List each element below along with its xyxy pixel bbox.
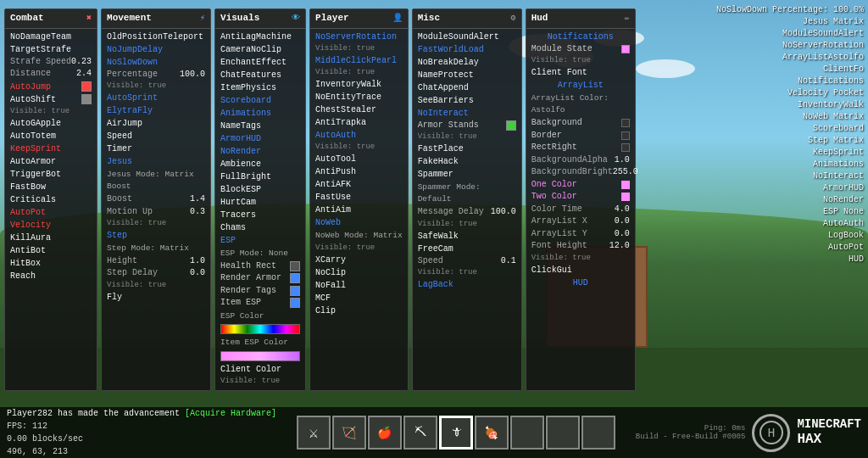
scoreboard[interactable]: Scoreboard xyxy=(215,94,305,107)
renderarmor-toggle[interactable] xyxy=(290,273,300,283)
autopot[interactable]: AutoPot xyxy=(5,206,97,219)
clip[interactable]: Clip xyxy=(310,304,408,317)
clientcolor[interactable]: Client Color xyxy=(215,363,305,376)
noserverrotation[interactable]: NoServerRotation xyxy=(310,31,408,43)
itemesp-toggle[interactable] xyxy=(290,298,300,308)
fastuse[interactable]: FastUse xyxy=(310,191,408,204)
chams[interactable]: Chams xyxy=(215,221,305,234)
rectright-item[interactable]: RectRight xyxy=(526,142,635,154)
autoauth[interactable]: AutoAuth xyxy=(310,129,408,142)
norender[interactable]: NoRender xyxy=(215,145,305,158)
ambience[interactable]: Ambience xyxy=(215,158,305,170)
hud-panel-header[interactable]: Hud ✏ xyxy=(526,9,635,29)
nojumpdelay[interactable]: NoJumpDelay xyxy=(102,43,210,56)
cheststealer[interactable]: ChestStealer xyxy=(310,103,408,116)
armorstands-toggle[interactable] xyxy=(506,120,516,131)
autototem[interactable]: AutoTotem xyxy=(5,130,97,142)
autoshift-item[interactable]: AutoShift xyxy=(5,93,97,106)
velocity[interactable]: Velocity xyxy=(5,219,97,232)
reach[interactable]: Reach xyxy=(5,270,97,282)
spammer[interactable]: Spammer xyxy=(413,168,521,181)
tracers[interactable]: Tracers xyxy=(215,209,305,221)
hurtcam[interactable]: HurtCam xyxy=(215,196,305,209)
hotbar-slot-6[interactable]: 🍖 xyxy=(475,416,509,450)
itemphysics[interactable]: ItemPhysics xyxy=(215,81,305,94)
modulesoundalert[interactable]: ModuleSoundAlert xyxy=(413,31,521,43)
clientfont[interactable]: Client Font xyxy=(526,66,635,79)
mcf[interactable]: MCF xyxy=(310,292,408,304)
criticals[interactable]: Criticals xyxy=(5,193,97,206)
hotbar-slot-7[interactable] xyxy=(510,416,544,450)
clickgui[interactable]: ClickGui xyxy=(526,264,635,276)
killaura[interactable]: KillAura xyxy=(5,232,97,244)
hotbar-slot-2[interactable]: 🏹 xyxy=(332,416,366,450)
nointeract[interactable]: NoInteract xyxy=(413,107,521,120)
onecolor-item[interactable]: One Color xyxy=(526,179,635,192)
twocolor-item[interactable]: Two Color xyxy=(526,191,635,204)
autogapple[interactable]: AutoGApple xyxy=(5,117,97,130)
hotbar-slot-9[interactable] xyxy=(581,416,615,450)
modulestate-item[interactable]: Module State xyxy=(526,43,635,56)
autosprint[interactable]: AutoSprint xyxy=(102,92,210,104)
healthrect-toggle[interactable] xyxy=(290,261,300,271)
visuals-panel-header[interactable]: Visuals 👁 xyxy=(215,9,305,29)
fullbright[interactable]: FullBright xyxy=(215,170,305,183)
armorstands-item[interactable]: Armor Stands xyxy=(413,120,521,132)
triggerbot[interactable]: TriggerBot xyxy=(5,168,97,181)
background-item[interactable]: Background xyxy=(526,117,635,130)
autotool[interactable]: AutoTool xyxy=(310,153,408,165)
player-panel-header[interactable]: Player 👤 xyxy=(310,9,408,29)
hotbar-slot-4[interactable]: ⛏ xyxy=(403,416,437,450)
keepsprint[interactable]: KeepSprint xyxy=(5,142,97,155)
noweb[interactable]: NoWeb xyxy=(310,216,408,229)
healthrect-item[interactable]: Health Rect xyxy=(215,260,305,273)
modulestate-toggle[interactable] xyxy=(621,45,630,53)
antilagmachine[interactable]: AntiLagMachine xyxy=(215,31,305,43)
safewalk[interactable]: SafeWalk xyxy=(413,230,521,243)
antitrapka[interactable]: AntiTrapka xyxy=(310,116,408,129)
chatappend[interactable]: ChatAppend xyxy=(413,81,521,94)
border-toggle[interactable] xyxy=(621,131,630,140)
targetstrafe[interactable]: TargetStrafe xyxy=(5,43,97,56)
autoshift-toggle[interactable] xyxy=(81,94,92,104)
hotbar-slot-5[interactable]: 🗡 xyxy=(439,416,473,450)
rectright-toggle[interactable] xyxy=(621,143,630,152)
chatfeatures[interactable]: ChatFeatures xyxy=(215,69,305,81)
rendertags-item[interactable]: Render Tags xyxy=(215,285,305,298)
nodamageteam[interactable]: NoDamageTeam xyxy=(5,31,97,43)
hud-item[interactable]: HUD xyxy=(526,276,635,289)
speed[interactable]: Speed xyxy=(102,130,210,142)
notifications[interactable]: Notifications xyxy=(526,31,635,43)
esp[interactable]: ESP xyxy=(215,234,305,247)
autojump-toggle[interactable] xyxy=(81,81,92,92)
seebarriers[interactable]: SeeBarriers xyxy=(413,94,521,107)
movement-panel-header[interactable]: Movement ⚡ xyxy=(102,9,210,29)
antiafk[interactable]: AntiAFK xyxy=(310,178,408,191)
lagback[interactable]: LagBack xyxy=(413,278,521,291)
hotbar-slot-8[interactable] xyxy=(546,416,580,450)
fly[interactable]: Fly xyxy=(102,291,210,304)
elytrafly[interactable]: ElytraFly xyxy=(102,104,210,117)
rendertags-toggle[interactable] xyxy=(290,286,300,296)
armorhud[interactable]: ArmorHUD xyxy=(215,132,305,145)
nofall[interactable]: NoFall xyxy=(310,279,408,292)
fastplace[interactable]: FastPlace xyxy=(413,142,521,155)
enchanteffect[interactable]: EnchantEffect xyxy=(215,56,305,69)
itemesp-colorbar[interactable] xyxy=(220,351,300,361)
misc-panel-header[interactable]: Misc ⚙ xyxy=(413,9,521,29)
fastworldload[interactable]: FastWorldLoad xyxy=(413,43,521,56)
onecolor-toggle[interactable] xyxy=(621,181,630,189)
oldpositionteleport[interactable]: OldPositionTeleport xyxy=(102,31,210,43)
noslowdown[interactable]: NoSlowDown xyxy=(102,56,210,69)
xcarry[interactable]: XCarry xyxy=(310,254,408,266)
arraylist[interactable]: ArrayList xyxy=(526,79,635,92)
twocolor-toggle[interactable] xyxy=(621,193,630,201)
antipush[interactable]: AntiPush xyxy=(310,165,408,178)
itemesp-item[interactable]: Item ESP xyxy=(215,297,305,310)
background-toggle[interactable] xyxy=(621,119,630,127)
noentitytrace[interactable]: NoEntityTrace xyxy=(310,91,408,103)
cameranoclip[interactable]: CameraNoClip xyxy=(215,43,305,56)
step[interactable]: Step xyxy=(102,229,210,242)
nameprotect[interactable]: NameProtect xyxy=(413,69,521,81)
freecam[interactable]: FreeCam xyxy=(413,243,521,255)
